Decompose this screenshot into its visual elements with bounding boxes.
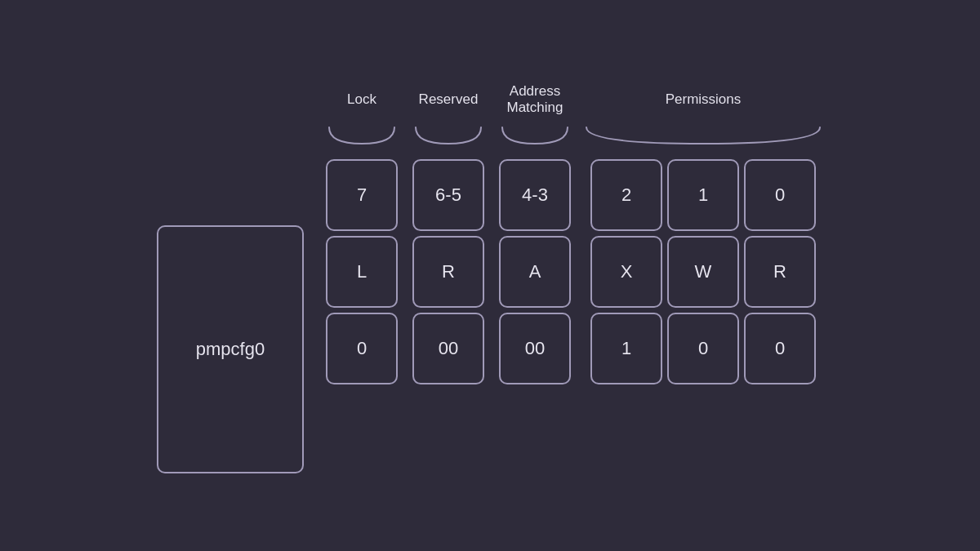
perm-bit2: 2 [621,184,631,206]
addr-field-cell: A [499,236,571,308]
perm-bit1: 1 [698,184,708,206]
reserved-value: 00 [439,338,458,359]
lock-bits: 7 [357,184,367,206]
register-column: pmpcfg0 [157,78,314,473]
lock-field-cell: L [326,236,398,308]
permissions-values-row: 1 0 0 [588,310,818,387]
lock-field: L [357,261,367,282]
reserved-bits: 6-5 [435,184,461,206]
perm-bit1-cell: 1 [667,159,739,231]
lock-value-cell: 0 [326,313,398,384]
perm-x: X [621,261,633,282]
permissions-fields-row: X W R [588,233,818,310]
permissions-label: Permissions [666,78,742,121]
perm-val2: 1 [621,338,631,359]
perm-bit2-cell: 2 [590,159,662,231]
perm-r-cell: R [744,236,816,308]
reserved-column: Reserved 6-5 R 00 [410,78,487,387]
addr-bits: 4-3 [522,184,548,206]
addr-value: 00 [525,338,545,359]
addr-bits-cell: 4-3 [499,159,571,231]
address-matching-column: Address Matching 4-3 A 00 [497,78,573,387]
reserved-field: R [442,261,455,282]
lock-label: Lock [347,78,376,121]
perm-w: W [695,261,712,282]
lock-brace [326,124,398,147]
address-matching-label: Address Matching [507,78,564,121]
addr-value-cell: 00 [499,313,571,384]
addr-field: A [529,261,541,282]
reserved-value-cell: 00 [412,313,484,384]
perm-w-cell: W [667,236,739,308]
perm-val1: 0 [698,338,708,359]
perm-x-cell: X [590,236,662,308]
lock-value: 0 [357,338,367,359]
address-matching-brace [499,124,571,147]
reserved-bits-cell: 6-5 [412,159,484,231]
perm-bit0: 0 [775,184,785,206]
lock-bits-cell: 7 [326,159,398,231]
reserved-label: Reserved [419,78,479,121]
reserved-brace [412,124,484,147]
permissions-bits-row: 2 1 0 [588,157,818,233]
lock-column: Lock 7 L 0 [323,78,400,387]
register-label: pmpcfg0 [196,339,265,360]
register-diagram: pmpcfg0 Lock 7 L 0 Reserved 6-5 [157,78,823,473]
reserved-field-cell: R [412,236,484,308]
perm-val2-cell: 1 [590,313,662,384]
perm-val0: 0 [775,338,785,359]
perm-val0-cell: 0 [744,313,816,384]
permissions-brace [583,124,823,147]
perm-bit0-cell: 0 [744,159,816,231]
permissions-column: Permissions 2 1 0 X W [583,78,823,387]
register-cell: pmpcfg0 [157,225,304,473]
perm-val1-cell: 0 [667,313,739,384]
perm-r: R [773,261,786,282]
